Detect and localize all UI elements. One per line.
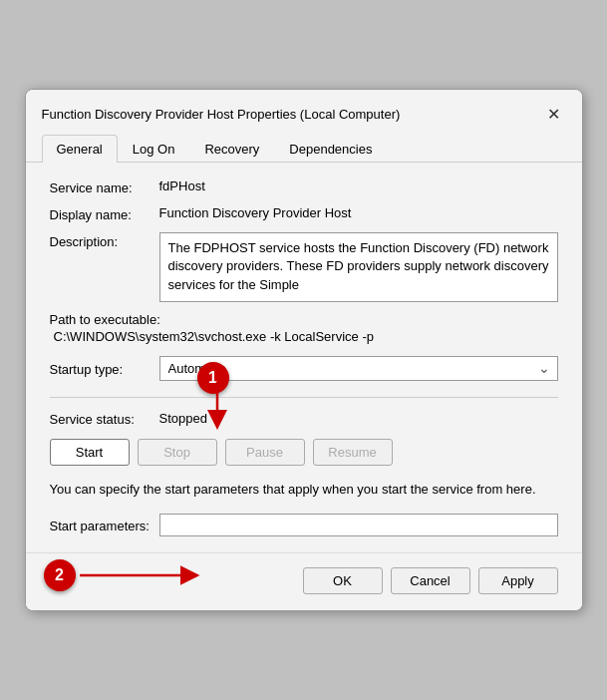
stop-button[interactable]: Stop bbox=[138, 439, 217, 466]
divider-1 bbox=[50, 397, 558, 398]
description-value: The FDPHOST service hosts the Function D… bbox=[159, 232, 558, 302]
resume-button[interactable]: Resume bbox=[313, 439, 393, 466]
path-label: Path to executable: bbox=[50, 312, 558, 327]
service-status-label: Service status: bbox=[50, 410, 159, 427]
status-section: 1 Service status: Stopped Start bbox=[50, 410, 558, 466]
display-name-value: Function Discovery Provider Host bbox=[159, 205, 558, 220]
info-text: You can specify the start parameters tha… bbox=[50, 480, 558, 500]
service-name-value: fdPHost bbox=[159, 178, 558, 193]
dialog-footer: 2 OK Cancel Apply bbox=[26, 552, 582, 610]
tab-content-general: Service name: fdPHost Display name: Func… bbox=[26, 163, 582, 552]
service-name-row: Service name: fdPHost bbox=[50, 178, 558, 195]
tab-general[interactable]: General bbox=[42, 135, 118, 163]
close-button[interactable]: ✕ bbox=[542, 102, 566, 126]
annotation-2-container: 2 bbox=[44, 558, 209, 592]
cancel-button[interactable]: Cancel bbox=[391, 567, 470, 594]
service-name-label: Service name: bbox=[50, 178, 159, 195]
apply-button[interactable]: Apply bbox=[478, 567, 558, 594]
service-control-buttons: Start Stop Pause Resume bbox=[50, 439, 558, 466]
start-params-label: Start parameters: bbox=[50, 517, 159, 533]
display-name-row: Display name: Function Discovery Provide… bbox=[50, 205, 558, 222]
description-label: Description: bbox=[50, 232, 159, 249]
tab-dependencies[interactable]: Dependencies bbox=[274, 135, 387, 163]
title-bar: Function Discovery Provider Host Propert… bbox=[26, 90, 582, 126]
description-row: Description: The FDPHOST service hosts t… bbox=[50, 232, 558, 302]
startup-type-label: Startup type: bbox=[50, 360, 159, 377]
tabs-bar: General Log On Recovery Dependencies bbox=[26, 134, 582, 163]
display-name-label: Display name: bbox=[50, 205, 159, 222]
dialog-title: Function Discovery Provider Host Propert… bbox=[42, 107, 401, 122]
annotation-arrow-1 bbox=[207, 382, 267, 432]
start-button[interactable]: Start bbox=[50, 439, 130, 466]
start-params-input[interactable] bbox=[159, 514, 558, 536]
tab-logon[interactable]: Log On bbox=[118, 135, 190, 163]
service-status-row: Service status: Stopped bbox=[50, 410, 558, 427]
path-value: C:\WINDOWS\system32\svchost.exe -k Local… bbox=[50, 329, 558, 344]
startup-type-row: Startup type: Automatic Automatic (Delay… bbox=[50, 356, 558, 381]
annotation-arrow-2 bbox=[80, 558, 209, 592]
ok-button[interactable]: OK bbox=[303, 567, 383, 594]
tab-recovery[interactable]: Recovery bbox=[189, 135, 274, 163]
dialog-window: Function Discovery Provider Host Propert… bbox=[25, 89, 583, 611]
service-status-value: Stopped bbox=[159, 411, 207, 426]
annotation-circle-2: 2 bbox=[44, 559, 76, 591]
path-section: Path to executable: C:\WINDOWS\system32\… bbox=[50, 312, 558, 344]
pause-button[interactable]: Pause bbox=[225, 439, 305, 466]
start-params-row: Start parameters: bbox=[50, 514, 558, 536]
